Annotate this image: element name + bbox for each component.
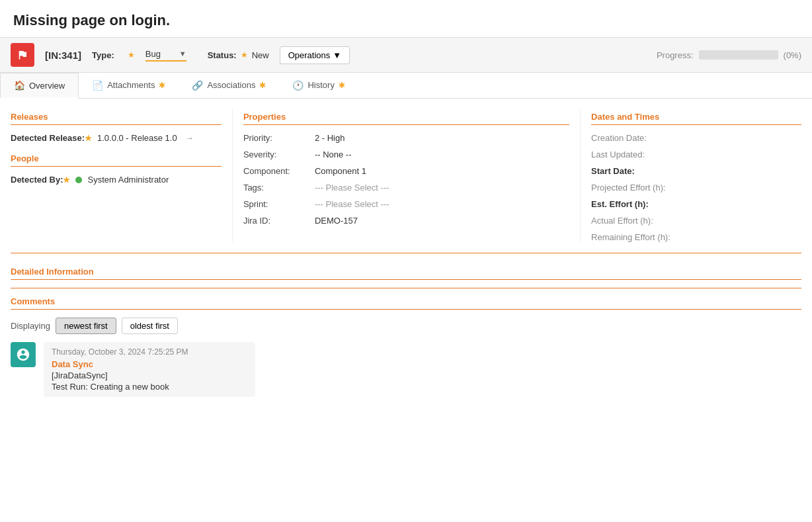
- projected-effort-key: Projected Effort (h):: [591, 183, 665, 193]
- last-updated-key: Last Updated:: [591, 150, 645, 159]
- status-value: New: [252, 50, 269, 60]
- prop-row-severity: Severity: -- None --: [243, 150, 569, 159]
- actual-effort-row: Actual Effort (h):: [591, 216, 801, 226]
- operations-label: Operations: [288, 50, 331, 60]
- detected-by-value: System Administrator: [87, 175, 169, 185]
- type-select-wrapper: Bug Feature Task Epic ▼: [145, 49, 186, 62]
- progress-pct: (0%): [784, 50, 801, 60]
- remaining-effort-row: Remaining Effort (h):: [591, 232, 801, 242]
- arrow-right-icon: →: [185, 133, 194, 143]
- people-heading: People: [11, 153, 222, 167]
- release-star: ★: [85, 134, 92, 143]
- start-date-key: Start Date:: [591, 166, 635, 176]
- start-date-row: Start Date:: [591, 166, 801, 176]
- operations-button[interactable]: Operations ▼: [280, 46, 350, 64]
- history-icon: 🕐: [292, 80, 304, 91]
- comment-author: Data Sync: [52, 359, 247, 369]
- comment-item: Thursday, October 3, 2024 7:25:25 PM Dat…: [11, 342, 801, 397]
- jiraid-key: Jira ID:: [243, 216, 309, 226]
- tab-attachments-label: Attachments: [107, 80, 155, 90]
- right-panel: Dates and Times Creation Date: Last Upda…: [580, 109, 801, 242]
- priority-value: 2 - High: [315, 133, 345, 143]
- attachments-star: ✱: [159, 81, 165, 90]
- center-panel: Properties Priority: 2 - High Severity: …: [232, 109, 580, 242]
- severity-key: Severity:: [243, 150, 309, 159]
- people-section: People Detected By:★ System Administrato…: [11, 153, 222, 185]
- tabs-bar: 🏠 Overview 📄 Attachments ✱ 🔗 Association…: [0, 73, 812, 99]
- creation-date-key: Creation Date:: [591, 133, 647, 143]
- component-value: Component 1: [315, 166, 366, 176]
- page-title: Missing page on login.: [0, 0, 812, 37]
- remaining-effort-key: Remaining Effort (h):: [591, 232, 670, 242]
- detected-by-label: Detected By:★: [11, 175, 70, 185]
- comment-timestamp: Thursday, October 3, 2024 7:25:25 PM: [52, 347, 247, 357]
- status-required-star: ★: [241, 50, 248, 60]
- est-effort-row: Est. Effort (h):: [591, 199, 801, 209]
- newest-first-button[interactable]: newest first: [56, 318, 116, 334]
- tab-attachments[interactable]: 📄 Attachments ✱: [79, 73, 179, 99]
- properties-heading: Properties: [243, 112, 569, 125]
- prop-row-jiraid: Jira ID: DEMO-157: [243, 216, 569, 226]
- main-content: Releases Detected Release:★ 1.0.0.0 - Re…: [0, 99, 812, 253]
- prop-row-tags: Tags: --- Please Select ---: [243, 183, 569, 193]
- avatar: [11, 342, 36, 367]
- jiraid-value: DEMO-157: [315, 216, 358, 226]
- severity-value: -- None --: [315, 150, 352, 159]
- detected-by-row: Detected By:★ System Administrator: [11, 175, 222, 185]
- attachment-icon: 📄: [92, 80, 103, 91]
- tab-associations-label: Associations: [207, 80, 255, 90]
- chevron-down-icon: ▼: [179, 50, 186, 58]
- progress-label: Progress:: [657, 50, 694, 60]
- type-label: Type:: [92, 50, 114, 60]
- sprint-value[interactable]: --- Please Select ---: [315, 199, 389, 209]
- history-star: ✱: [339, 81, 345, 90]
- link-icon: 🔗: [192, 80, 203, 91]
- comments-section: Comments Displaying newest first oldest …: [0, 288, 812, 415]
- progress-section: Progress: (0%): [657, 50, 801, 60]
- left-panel: Releases Detected Release:★ 1.0.0.0 - Re…: [11, 109, 232, 242]
- tab-overview[interactable]: 🏠 Overview: [0, 73, 79, 99]
- prop-row-component: Component: Component 1: [243, 166, 569, 176]
- online-status-icon: [75, 177, 82, 183]
- last-updated-row: Last Updated:: [591, 150, 801, 159]
- prop-row-sprint: Sprint: --- Please Select ---: [243, 199, 569, 209]
- dropdown-arrow-icon: ▼: [333, 50, 341, 60]
- detailed-info-heading: Detailed Information: [11, 267, 801, 280]
- tab-overview-label: Overview: [29, 81, 65, 91]
- est-effort-key: Est. Effort (h):: [591, 199, 649, 209]
- properties-table: Priority: 2 - High Severity: -- None -- …: [243, 133, 569, 226]
- component-key: Component:: [243, 166, 309, 176]
- issue-id: [IN:341]: [45, 50, 81, 61]
- comment-body: Thursday, October 3, 2024 7:25:25 PM Dat…: [44, 342, 255, 397]
- comment-line1: [JiraDataSync]: [52, 370, 247, 380]
- issue-flag: [11, 43, 34, 67]
- status-label: Status:: [208, 50, 237, 60]
- progress-bar: [699, 50, 778, 60]
- header-bar: [IN:341] Type:★ Bug Feature Task Epic ▼ …: [0, 37, 812, 73]
- prop-row-priority: Priority: 2 - High: [243, 133, 569, 143]
- projected-effort-row: Projected Effort (h):: [591, 183, 801, 193]
- comment-line2: Test Run: Creating a new book: [52, 382, 247, 392]
- detected-release-label: Detected Release:★: [11, 133, 92, 143]
- tab-associations[interactable]: 🔗 Associations ✱: [179, 73, 279, 99]
- priority-key: Priority:: [243, 133, 309, 143]
- displaying-label: Displaying: [11, 321, 50, 331]
- tab-history-label: History: [307, 80, 334, 90]
- tags-key: Tags:: [243, 183, 309, 193]
- home-icon: 🏠: [14, 80, 25, 91]
- dates-heading: Dates and Times: [591, 112, 801, 125]
- comments-heading: Comments: [11, 296, 801, 310]
- creation-date-row: Creation Date:: [591, 133, 801, 143]
- type-required-star: ★: [128, 50, 135, 60]
- status-section: Status:★ New: [208, 50, 269, 60]
- detailed-info-section: Detailed Information: [0, 253, 812, 280]
- sprint-key: Sprint:: [243, 199, 309, 209]
- actual-effort-key: Actual Effort (h):: [591, 216, 653, 226]
- detected-by-star: ★: [63, 175, 70, 185]
- tab-history[interactable]: 🕐 History ✱: [279, 73, 358, 99]
- detected-release-value: 1.0.0.0 - Release 1.0: [97, 133, 177, 143]
- oldest-first-button[interactable]: oldest first: [122, 318, 178, 334]
- tags-value[interactable]: --- Please Select ---: [315, 183, 389, 193]
- detected-release-row: Detected Release:★ 1.0.0.0 - Release 1.0…: [11, 133, 222, 143]
- dates-fields: Creation Date: Last Updated: Start Date:…: [591, 133, 801, 242]
